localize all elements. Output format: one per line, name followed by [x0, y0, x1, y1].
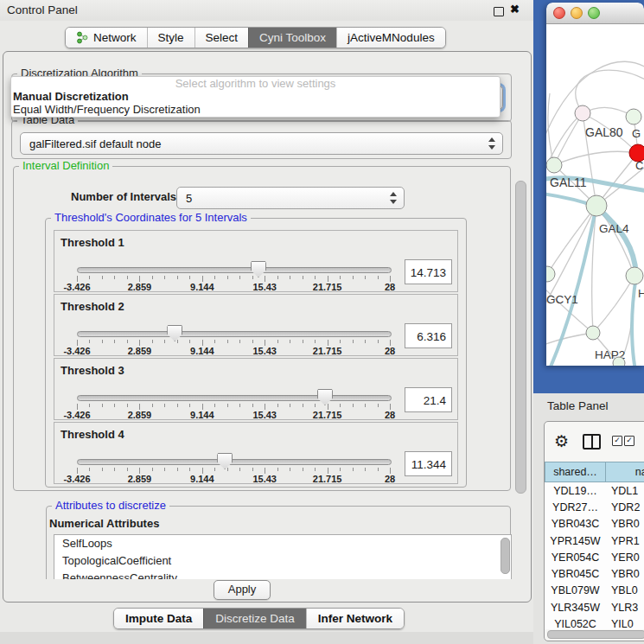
tab-cyni-toolbox[interactable]: Cyni Toolbox — [248, 28, 336, 48]
table-row[interactable]: YBL079WYBL0 — [545, 583, 644, 599]
axis-tick — [239, 276, 240, 279]
axis-tick-label: 9.144 — [190, 410, 214, 420]
gear-icon[interactable]: ⚙ — [554, 431, 569, 451]
application: Control Panel ✖ NetworkStyleSelectCyni T… — [0, 0, 644, 644]
network-node-label: C — [635, 159, 643, 172]
slider-tick-labels: -3.4262.8599.14415.4321.71528 — [77, 474, 390, 484]
split-table-icon[interactable] — [583, 434, 601, 450]
threshold-label: Threshold 2 — [61, 300, 124, 313]
close-icon[interactable]: ✖ — [509, 3, 520, 15]
table-data-combo[interactable]: galFiltered.sif default node — [20, 132, 503, 155]
slider-track[interactable] — [77, 331, 392, 337]
network-view-window[interactable]: GAL80GCGAL11GAL4GCY1HHAP2 — [546, 3, 644, 366]
axis-tick — [164, 404, 165, 407]
table-panel-title: Table Panel — [547, 399, 609, 412]
axis-tick — [189, 340, 190, 343]
axis-tick — [239, 340, 240, 343]
tab-style[interactable]: Style — [147, 28, 194, 48]
threshold-value-field[interactable]: 6.316 — [405, 323, 452, 348]
network-window-titlebar[interactable] — [546, 3, 644, 24]
interval-definition-group: Interval Definition Number of Intervals … — [13, 166, 511, 491]
table-column-header[interactable]: name — [606, 462, 644, 482]
network-node[interactable] — [586, 326, 600, 340]
tab-infer-network[interactable]: Infer Network — [306, 609, 404, 628]
network-node[interactable] — [546, 266, 555, 282]
axis-tick — [353, 340, 354, 343]
axis-tick — [265, 276, 265, 282]
axis-tick — [239, 468, 240, 471]
table-row[interactable]: YLR345WYLR3 — [545, 599, 644, 615]
axis-tick — [139, 404, 140, 410]
axis-tick — [139, 468, 140, 474]
table-row[interactable]: YDL19…YDL1 — [545, 482, 644, 499]
threshold-slider[interactable]: -3.4262.8599.14415.4321.71528 — [77, 388, 390, 418]
threshold-value-field[interactable]: 21.4 — [405, 387, 452, 412]
attribute-item[interactable]: BetweennessCentrality — [54, 570, 511, 579]
tab-select[interactable]: Select — [194, 28, 249, 48]
tab-discretize-data[interactable]: Discretize Data — [203, 609, 306, 628]
network-canvas[interactable]: GAL80GCGAL11GAL4GCY1HHAP2 — [546, 24, 644, 366]
table-panel: Table Panel ⚙ ✓ ✓ shared…name YDL19…YDL1… — [533, 393, 644, 644]
network-node-label: H — [638, 287, 644, 300]
table-row[interactable]: YER054CYER0 — [545, 549, 644, 565]
slider-track[interactable] — [77, 267, 392, 273]
panel-scrollbar[interactable] — [513, 159, 526, 577]
attributes-group: Attributes to discretize Numerical Attri… — [46, 506, 511, 579]
tab-impute-data[interactable]: Impute Data — [114, 609, 203, 628]
axis-tick — [189, 276, 190, 279]
table-row[interactable]: YDR27…YDR2 — [545, 499, 644, 515]
bottom-strip — [0, 632, 533, 644]
scrollbar-thumb[interactable] — [515, 181, 526, 494]
checkbox-icon[interactable]: ✓ — [624, 436, 634, 446]
table-row[interactable]: YBR043CYBR0 — [545, 516, 644, 532]
table-column-header[interactable]: shared… — [545, 462, 606, 482]
float-window-icon[interactable] — [494, 7, 504, 16]
checkbox-icon[interactable]: ✓ — [612, 436, 622, 446]
number-of-intervals-combo[interactable]: 5 — [176, 187, 405, 209]
axis-tick — [390, 404, 391, 410]
network-node[interactable] — [575, 105, 590, 121]
apply-button[interactable]: Apply — [214, 580, 271, 600]
thresholds-group-title: Threshold's Coordinates for 5 Intervals — [51, 211, 251, 224]
network-node[interactable] — [613, 357, 625, 366]
threshold-value-field[interactable]: 11.344 — [405, 451, 452, 476]
axis-tick — [202, 276, 203, 282]
close-traffic-light[interactable] — [553, 7, 565, 19]
threshold-slider[interactable]: -3.4262.8599.14415.4321.71528 — [77, 260, 390, 290]
table-horizontal-scrollbar[interactable] — [546, 630, 644, 638]
attribute-item[interactable]: SelfLoops — [54, 535, 511, 552]
threshold-value-field[interactable]: 14.713 — [405, 259, 452, 284]
axis-tick — [214, 276, 215, 279]
attribute-item[interactable]: TopologicalCoefficient — [54, 552, 511, 570]
minimize-traffic-light[interactable] — [571, 7, 583, 19]
scrollbar-thumb[interactable] — [547, 630, 644, 639]
network-node[interactable] — [586, 195, 607, 216]
dropdown-option[interactable]: Manual Discretization — [11, 90, 500, 103]
table-row[interactable]: YBR045CYBR0 — [545, 565, 644, 582]
dropdown-option[interactable]: Equal Width/Frequency Discretization — [11, 103, 500, 116]
table-row[interactable]: YPR145WYPR1 — [545, 532, 644, 549]
slider-track[interactable] — [77, 395, 392, 401]
threshold-slider[interactable]: -3.4262.8599.14415.4321.71528 — [77, 324, 390, 354]
numerical-attributes-list[interactable]: SelfLoopsTopologicalCoefficientBetweenne… — [54, 534, 512, 579]
network-node[interactable] — [546, 157, 562, 173]
tab-jactivemnodules[interactable]: jActiveMNodules — [336, 28, 445, 48]
threshold-slider[interactable]: -3.4262.8599.14415.4321.71528 — [77, 452, 390, 481]
axis-tick — [378, 468, 379, 471]
zoom-traffic-light[interactable] — [588, 7, 600, 19]
slider-track[interactable] — [77, 459, 392, 465]
scrollbar-thumb[interactable] — [501, 538, 510, 574]
table-row[interactable]: YIL052CYIL0 — [545, 615, 644, 629]
cyni-toolbox-panel: Discretization Algorithm Table Data galF… — [3, 51, 532, 603]
network-node[interactable] — [626, 267, 643, 284]
tab-network[interactable]: Network — [66, 28, 147, 48]
cell-shared-name: YIL052C — [545, 618, 606, 629]
axis-tick — [277, 276, 278, 279]
attribute-list-scrollbar[interactable] — [501, 537, 509, 579]
network-node[interactable] — [626, 109, 641, 124]
axis-tick — [340, 276, 341, 279]
axis-tick — [303, 340, 303, 343]
axis-tick-label: 15.43 — [252, 474, 277, 484]
slider-tick-labels: -3.4262.8599.14415.4321.71528 — [77, 346, 390, 356]
axis-tick — [164, 276, 165, 279]
